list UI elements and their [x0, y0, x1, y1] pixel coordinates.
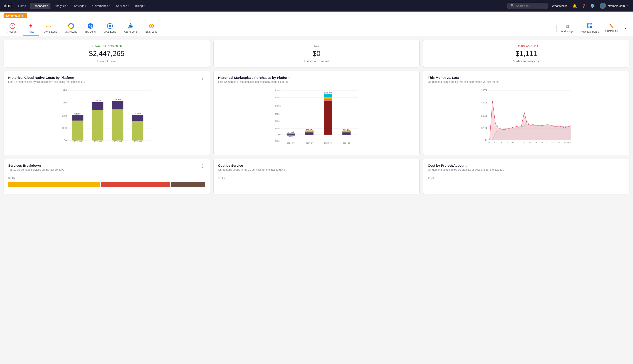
chart-month-vs-last-menu[interactable]: ⋮: [619, 76, 625, 80]
bottom-charts-row: Services Breakdown Top 10 on-demand serv…: [4, 159, 629, 194]
svg-rect-75: [305, 130, 313, 132]
svg-text:21: 21: [546, 142, 549, 144]
logo[interactable]: doit: [4, 3, 12, 9]
tab-eks-lens[interactable]: EKS Lens: [142, 21, 161, 36]
add-widget-button[interactable]: ▦ Add widget: [558, 22, 577, 34]
svg-rect-81: [324, 99, 332, 101]
new-dashboard-label: New dashboard: [580, 30, 599, 33]
search-box[interactable]: 🔍 Search ⌘K: [507, 3, 547, 9]
bq-icon: BQ: [87, 23, 94, 29]
chart-month-vs-last-svg: $800k $600k $400k $200k $0: [428, 88, 625, 146]
nav-home[interactable]: Home: [16, 3, 28, 9]
bar-segment-2: [101, 182, 170, 187]
help-button[interactable]: ❓: [580, 2, 587, 9]
chart-services-breakdown-title-block: Services Breakdown Top 10 on-demand serv…: [8, 164, 64, 175]
tab-gcp-lens[interactable]: GCP Lens: [61, 21, 81, 36]
chart-cost-by-service-menu[interactable]: ⋮: [409, 164, 415, 168]
tab-aws-lens[interactable]: aws AWS Lens: [41, 21, 61, 36]
tab-gke-lens-label: GKE Lens: [104, 30, 116, 33]
new-dashboard-button[interactable]: New dashboard: [578, 22, 602, 34]
search-placeholder: Search ⌘K: [516, 4, 531, 8]
svg-text:$100k: $100k: [275, 128, 281, 130]
svg-rect-79: [324, 94, 332, 97]
svg-text:25: 25: [558, 142, 560, 144]
chart-marketplace-subtitle: Last 12 months of marketplace expenses b…: [218, 80, 291, 84]
tab-pulse[interactable]: Pulse: [22, 21, 40, 36]
chart-cloud-native-menu[interactable]: ⋮: [199, 76, 205, 80]
whats-new-button[interactable]: What's new: [549, 3, 569, 9]
svg-rect-74: [305, 132, 313, 132]
chart-month-vs-last-chart: $800k $600k $400k $200k $0: [428, 88, 625, 146]
nav-billing[interactable]: Billing ▾: [133, 3, 147, 9]
nav-analytics[interactable]: Analytics ▾: [52, 3, 70, 9]
svg-text:31: 31: [570, 142, 572, 144]
settings-button[interactable]: ⚙️: [589, 2, 596, 9]
svg-text:15: 15: [529, 142, 531, 144]
navbar: doit Home Dashboards Analytics ▾ Savings…: [0, 0, 633, 12]
tab-bq-lens[interactable]: BQ BQ Lens: [82, 21, 99, 36]
user-chevron-icon: ▾: [626, 5, 628, 7]
svg-rect-43: [112, 110, 123, 140]
svg-rect-80: [324, 97, 332, 99]
svg-point-10: [109, 28, 110, 29]
user-menu[interactable]: 👤 example.com ▾: [598, 2, 629, 10]
chart-cost-by-project-menu[interactable]: ⋮: [619, 164, 625, 168]
forecast-change-label: N/A: [314, 44, 319, 48]
chart-marketplace: Historical Marketplace Purchases by Plat…: [213, 71, 420, 155]
eks-icon: [148, 23, 155, 29]
chart-services-breakdown-menu[interactable]: ⋮: [199, 164, 205, 168]
anomaly-change-label: Up 0% or $1,111: [517, 44, 538, 48]
chart-cost-by-project-subtitle: On-demand usage in top 10 projects or ac…: [428, 168, 505, 171]
chart-month-vs-last-title: This Month vs. Last: [428, 76, 499, 80]
chart-cloud-native: Historical Cloud Native Costs by Platfor…: [4, 71, 210, 155]
services-breakdown-bar: [8, 182, 205, 187]
forecast-value: $0: [313, 50, 320, 58]
bar-segment-3: [171, 182, 205, 187]
svg-text:2024-05: 2024-05: [324, 142, 332, 144]
notifications-button[interactable]: 🔔: [571, 2, 578, 9]
avatar: 👤: [600, 3, 606, 9]
nav-governance[interactable]: Governance ▾: [90, 3, 112, 9]
demo-banner: Demo data ℹ️: [0, 12, 633, 20]
tabs-divider: [556, 25, 557, 32]
tab-azure-lens[interactable]: Azure Lens: [120, 21, 141, 36]
svg-text:13: 13: [523, 142, 525, 144]
tab-bq-lens-label: BQ Lens: [85, 30, 96, 33]
svg-text:$3M: $3M: [63, 102, 67, 104]
anomaly-label: 30-day anomaly cost: [513, 60, 540, 63]
nav-services[interactable]: Services ▾: [114, 3, 131, 9]
svg-text:$0: $0: [64, 139, 67, 142]
nav-dashboards[interactable]: Dashboards: [30, 3, 51, 9]
svg-rect-68: [287, 134, 295, 134]
chart-marketplace-chart: $600k $500k $400k $300k $200k $100k $0 -…: [218, 88, 415, 146]
svg-rect-20: [587, 26, 589, 28]
tab-gke-lens[interactable]: GKE Lens: [100, 21, 120, 36]
nav-savings[interactable]: Savings ▾: [72, 3, 88, 9]
azure-icon: [128, 23, 134, 29]
svg-text:2024-04: 2024-04: [94, 140, 102, 143]
tab-eks-lens-label: EKS Lens: [146, 30, 157, 33]
svg-point-12: [112, 25, 113, 26]
chart-cost-by-service-subtitle: On-demand usage in top 10 services for t…: [218, 168, 285, 171]
cost-by-project-y-label: $150k: [428, 177, 625, 179]
chart-marketplace-menu[interactable]: ⋮: [409, 76, 415, 80]
svg-text:aws: aws: [46, 25, 51, 28]
spend-change-arrow: ↓: [90, 44, 92, 48]
gcp-icon: [68, 23, 74, 29]
svg-text:2024-03: 2024-03: [74, 140, 82, 143]
svg-text:$800k: $800k: [481, 89, 487, 92]
customize-button[interactable]: ✏️ Customize: [602, 22, 620, 34]
chart-services-breakdown-header: Services Breakdown Top 10 on-demand serv…: [8, 164, 205, 175]
svg-text:$3.61M: $3.61M: [94, 100, 101, 102]
spend-change: ↓ Down 8.3% or $220,563: [90, 44, 123, 48]
more-options-button[interactable]: ⋮: [621, 24, 629, 33]
tab-account[interactable]: Account: [4, 21, 21, 36]
tab-account-label: Account: [8, 30, 17, 33]
chart-month-vs-last-subtitle: On-demand usage during this calendar mon…: [428, 80, 499, 84]
chart-month-vs-last-title-block: This Month vs. Last On-demand usage duri…: [428, 76, 499, 87]
main-content: ↓ Down 8.3% or $220,563 $2,447,265 This …: [0, 36, 633, 198]
svg-text:27: 27: [564, 142, 566, 144]
chart-cost-by-project-title: Cost by Project/Account: [428, 164, 505, 167]
add-widget-icon: ▦: [565, 24, 570, 29]
chart-cost-by-project: Cost by Project/Account On-demand usage …: [423, 159, 629, 194]
